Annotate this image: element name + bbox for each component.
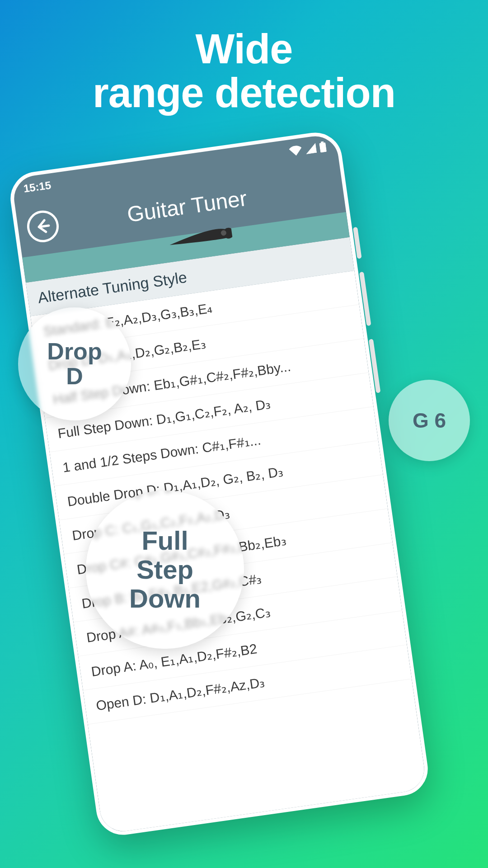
battery-icon — [319, 141, 327, 153]
headline-line2: range detection — [93, 70, 395, 116]
svg-rect-1 — [319, 142, 327, 153]
callout-bubble-drop-d: DropD — [18, 307, 131, 420]
back-button[interactable] — [25, 208, 61, 244]
wifi-icon — [289, 145, 303, 156]
callout-bubble-full-step: FullStepDown — [86, 491, 244, 649]
promo-headline: Wide range detection — [0, 27, 488, 114]
callout-label: FullStepDown — [129, 526, 201, 613]
callout-label: G 6 — [413, 408, 446, 433]
headline-line1: Wide — [196, 26, 293, 72]
phone-mockup: 15:15 — [7, 129, 432, 839]
callout-label: DropD — [47, 339, 102, 388]
callout-bubble-g6: G 6 — [389, 380, 470, 461]
status-time: 15:15 — [23, 179, 52, 195]
cellular-icon — [305, 143, 317, 154]
